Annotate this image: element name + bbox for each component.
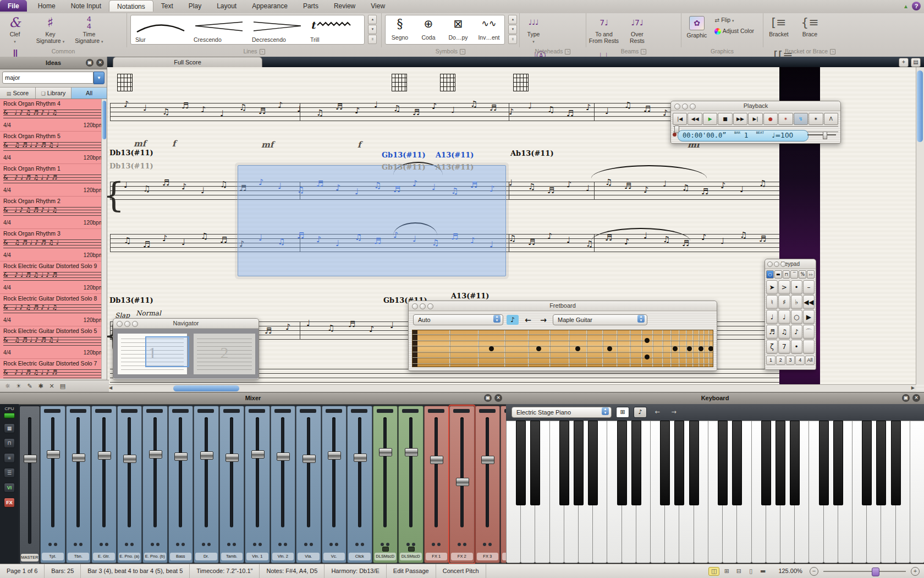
gallery-expand-icon[interactable]: ≡: [508, 35, 517, 44]
tab-switcher-button[interactable]: ▤: [911, 58, 921, 67]
channel-strip[interactable]: FX 1: [424, 406, 449, 563]
instrument-select[interactable]: Maple Guitar▲▼: [553, 314, 647, 325]
close-panel-icon[interactable]: ✕: [912, 394, 920, 402]
capture-idea-icon[interactable]: ☼: [2, 380, 13, 392]
channel-fader[interactable]: [328, 451, 341, 460]
minimize-icon[interactable]: [774, 261, 779, 267]
line-decrescendo[interactable]: Decrescendo: [248, 15, 306, 44]
strips-icon[interactable]: ≡: [4, 453, 15, 463]
guitar-string[interactable]: [413, 346, 713, 346]
tab-full-score[interactable]: Full Score: [113, 57, 262, 68]
guitar-string[interactable]: [413, 352, 713, 352]
ribbon-tab-appearance[interactable]: Appearance: [244, 0, 295, 12]
library-icon[interactable]: ▤: [57, 380, 68, 392]
routing-icon[interactable]: ⊓: [4, 438, 15, 448]
solo-mute-buttons[interactable]: [348, 538, 372, 548]
view-single-icon[interactable]: ▯: [746, 568, 756, 575]
ideas-scrollbar-thumb[interactable]: [102, 101, 106, 139]
piano-white-key[interactable]: [910, 421, 924, 563]
piano-black-key[interactable]: [790, 421, 800, 505]
previous-note-button[interactable]: ←: [522, 315, 534, 325]
pan-control[interactable]: [223, 409, 240, 413]
line-trill[interactable]: t Trill: [306, 15, 364, 44]
more-notes-tab[interactable]: ▬: [774, 270, 782, 279]
keypad-voice-2[interactable]: 2: [776, 356, 785, 365]
symbol-segno[interactable]: § Segno: [386, 15, 414, 44]
jazz-tab[interactable]: %: [799, 270, 806, 279]
keypad-key[interactable]: 7: [778, 340, 790, 354]
keypad-key[interactable]: ⌒: [803, 325, 815, 339]
piano-black-key[interactable]: [689, 421, 699, 505]
keypad-title-bar[interactable]: Keypad: [765, 259, 816, 269]
horizontal-scrollbar-thumb[interactable]: [173, 385, 239, 391]
symbol-do-not-photocopy[interactable]: ⊠ Do…py: [443, 15, 474, 44]
key-signature-button[interactable]: ♯ Key Signature ▾: [32, 13, 68, 46]
idea-item[interactable]: Rock Organ Rhythm 5& ♫♬♩♪♬♫♩4/4120bpm: [0, 132, 107, 164]
idea-item[interactable]: Rock Organ Rhythm 3& ♫♬♩♪♬♫♩4/4120bpm: [0, 229, 107, 261]
vi-button[interactable]: VI: [4, 483, 15, 493]
previous-note-button[interactable]: ←: [651, 407, 663, 417]
channel-strip[interactable]: E. Pno. (b): [142, 406, 168, 563]
pan-control[interactable]: [479, 409, 496, 413]
channel-strip[interactable]: E. Pno. (a): [117, 406, 142, 563]
horizontal-scrollbar[interactable]: ◀ ▶: [107, 384, 916, 392]
solo-mute-buttons[interactable]: [476, 538, 500, 548]
fx-button[interactable]: FX: [4, 498, 15, 508]
pan-control[interactable]: [197, 409, 214, 413]
fretboard-title-bar[interactable]: Fretboard: [409, 301, 717, 311]
flexitime-input-button[interactable]: ✶: [778, 113, 793, 125]
common-notes-tab[interactable]: ○: [766, 270, 774, 279]
guitar-string[interactable]: [413, 340, 713, 341]
keypad-key[interactable]: •: [791, 280, 802, 295]
bracket-button[interactable]: [≡ Bracket: [763, 13, 794, 46]
score-annotation[interactable]: A13(#11): [451, 292, 489, 300]
new-idea-icon[interactable]: ☀: [13, 380, 24, 392]
score-annotation[interactable]: Gb13(#11): [382, 163, 426, 171]
solo-mute-buttons[interactable]: [322, 538, 346, 548]
settings-icon[interactable]: ✱: [35, 380, 46, 392]
piano-black-key[interactable]: [718, 421, 728, 505]
pan-control[interactable]: [402, 409, 419, 413]
score-annotation[interactable]: Ab13(#11): [510, 149, 554, 157]
time-signature-button[interactable]: 44 Time Signature ▾: [71, 13, 107, 46]
click-button[interactable]: Λ: [824, 113, 838, 125]
channel-fader[interactable]: [302, 455, 316, 463]
channel-strip[interactable]: Vln. 1: [245, 406, 270, 563]
ribbon-tab-note-input[interactable]: Note Input: [63, 0, 109, 12]
piano-black-key[interactable]: [559, 421, 569, 505]
beams-tab[interactable]: ⊓: [783, 270, 790, 279]
score-annotation[interactable]: Normal: [136, 309, 161, 317]
ribbon-tab-text[interactable]: Text: [153, 0, 181, 12]
fretboard-display[interactable]: [412, 330, 713, 367]
tempo-slider[interactable]: [807, 134, 836, 135]
keyboard-instrument-select[interactable]: Electric Stage Piano▲▼: [512, 407, 612, 418]
pan-control[interactable]: [95, 409, 112, 413]
record-button[interactable]: ●: [763, 113, 778, 125]
score-annotation[interactable]: f: [358, 140, 361, 150]
idea-item[interactable]: Rock Electric Guitar Distorted Solo 7& ♪…: [0, 359, 107, 379]
ribbon-tab-file[interactable]: File: [0, 0, 27, 12]
solo-mute-buttons[interactable]: [425, 538, 449, 548]
score-annotation[interactable]: Db13(#11): [109, 149, 153, 157]
keypad-key[interactable]: –: [803, 280, 815, 295]
channel-strip[interactable]: Tpt.: [40, 406, 65, 563]
solo-mute-buttons[interactable]: [245, 538, 270, 548]
keypad-key[interactable]: [803, 340, 815, 354]
live-playback-button[interactable]: ↯: [794, 113, 808, 125]
navigator-title-bar[interactable]: Navigator: [113, 319, 258, 329]
keypad-voice-4[interactable]: 4: [795, 356, 805, 365]
note-input-toggle[interactable]: ♪: [507, 315, 519, 325]
channel-fader[interactable]: [379, 448, 392, 456]
beam-over-rests-button[interactable]: ♩7♩ Over Rests: [624, 13, 650, 46]
edit-idea-icon[interactable]: ✎: [24, 380, 35, 392]
zoom-slider[interactable]: [823, 571, 906, 572]
channel-strip[interactable]: Click: [347, 406, 372, 563]
keypad-key[interactable]: ♩: [766, 310, 778, 324]
score-annotation[interactable]: Db13(#11): [109, 296, 153, 304]
play-button[interactable]: ▶: [703, 113, 717, 125]
line-slur[interactable]: Slur: [131, 15, 189, 44]
idea-item[interactable]: Rock Organ Rhythm 4& ♩♪♫♬♪♩♫4/4120bpm: [0, 99, 107, 132]
noteheads-dialog-launcher-icon[interactable]: ↘: [565, 49, 570, 54]
pan-control[interactable]: [172, 409, 189, 413]
delete-idea-icon[interactable]: ✕: [46, 380, 57, 392]
